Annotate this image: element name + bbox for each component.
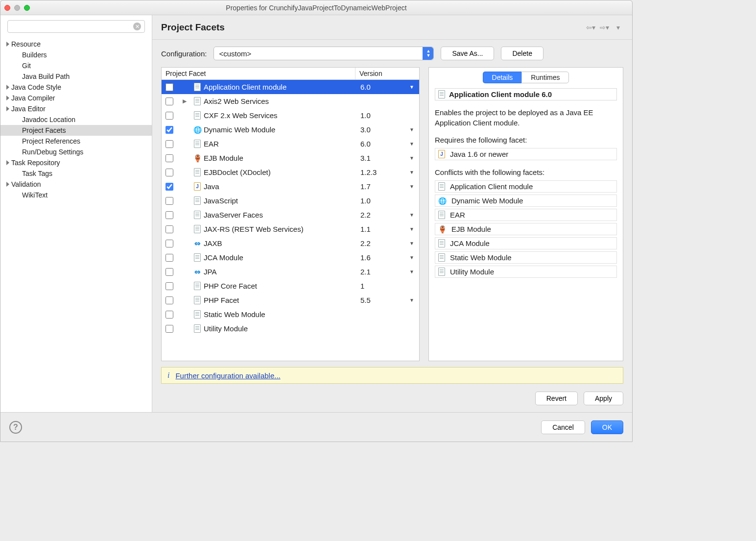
disclosure-triangle-icon[interactable]	[6, 42, 9, 47]
minimize-window-button[interactable]	[14, 5, 20, 11]
facet-row[interactable]: EJBDoclet (XDoclet)1.2.3▼	[162, 165, 419, 179]
configuration-label: Configuration:	[161, 49, 207, 58]
facet-checkbox[interactable]	[165, 296, 173, 304]
version-dropdown-icon[interactable]: ▼	[404, 241, 419, 246]
disclosure-triangle-icon[interactable]	[6, 160, 9, 165]
save-as-button[interactable]: Save As...	[441, 47, 494, 60]
facet-checkbox[interactable]	[165, 154, 173, 162]
sidebar-item[interactable]: Java Code Style	[0, 82, 152, 93]
facet-checkbox[interactable]	[165, 254, 173, 262]
revert-button[interactable]: Revert	[535, 392, 578, 405]
clear-search-icon[interactable]: ✕	[133, 23, 141, 30]
facet-row[interactable]: ⇔JAXB2.2▼	[162, 236, 419, 250]
facet-row[interactable]: JavaServer Faces2.2▼	[162, 208, 419, 222]
expand-icon[interactable]: ▶	[177, 98, 192, 104]
version-dropdown-icon[interactable]: ▼	[404, 170, 419, 175]
view-menu-icon[interactable]: ▾	[613, 24, 623, 31]
sidebar-item[interactable]: Project References	[0, 136, 152, 147]
version-dropdown-icon[interactable]: ▼	[404, 141, 419, 147]
sidebar-item[interactable]: Task Tags	[0, 168, 152, 179]
facet-checkbox[interactable]	[165, 126, 173, 134]
sidebar-item[interactable]: Task Repository	[0, 157, 152, 168]
version-dropdown-icon[interactable]: ▼	[404, 269, 419, 274]
facet-checkbox[interactable]	[165, 225, 173, 233]
facet-row[interactable]: PHP Facet5.5▼	[162, 293, 419, 307]
version-dropdown-icon[interactable]: ▼	[404, 297, 419, 303]
facet-checkbox[interactable]	[165, 311, 173, 319]
facet-row[interactable]: Application Client module6.0▼	[162, 80, 419, 94]
sidebar-item[interactable]: Project Facets	[0, 125, 152, 136]
version-dropdown-icon[interactable]: ▼	[404, 184, 419, 189]
sidebar-item[interactable]: WikiText	[0, 190, 152, 200]
jar-icon: 🏺	[193, 154, 202, 162]
column-facet[interactable]: Project Facet	[162, 68, 355, 79]
facet-checkbox[interactable]	[165, 325, 173, 333]
close-window-button[interactable]	[4, 5, 10, 11]
facet-checkbox[interactable]	[165, 268, 173, 276]
facet-row[interactable]: Java1.7▼	[162, 179, 419, 194]
facet-row[interactable]: Static Web Module	[162, 307, 419, 321]
file-icon	[438, 253, 445, 262]
arrows-icon: ⇔	[194, 239, 201, 248]
facet-checkbox[interactable]	[165, 183, 173, 191]
facet-checkbox[interactable]	[165, 112, 173, 120]
version-dropdown-icon[interactable]: ▼	[404, 226, 419, 232]
facet-checkbox[interactable]	[165, 197, 173, 205]
facet-row[interactable]: JCA Module1.6▼	[162, 250, 419, 265]
facet-row[interactable]: 🌐Dynamic Web Module3.0▼	[162, 123, 419, 137]
version-dropdown-icon[interactable]: ▼	[404, 84, 419, 90]
list-item: JCA Module	[435, 237, 617, 249]
facet-row[interactable]: JavaScript1.0	[162, 194, 419, 208]
tab-runtimes[interactable]: Runtimes	[521, 72, 569, 83]
further-config-link[interactable]: Further configuration available...	[175, 371, 280, 380]
nav-back-icon[interactable]: ⇦▾	[585, 24, 596, 31]
facet-checkbox[interactable]	[165, 83, 173, 91]
facet-row[interactable]: JAX-RS (REST Web Services)1.1▼	[162, 222, 419, 236]
nav-forward-icon[interactable]: ⇨▾	[599, 24, 610, 31]
facet-row[interactable]: PHP Core Facet1	[162, 279, 419, 293]
facet-row[interactable]: ▶Axis2 Web Services	[162, 94, 419, 108]
facet-checkbox[interactable]	[165, 140, 173, 148]
version-dropdown-icon[interactable]: ▼	[404, 127, 419, 132]
sidebar-item[interactable]: Java Editor	[0, 103, 152, 114]
facet-row[interactable]: 🏺EJB Module3.1▼	[162, 151, 419, 165]
sidebar-item[interactable]: Builders	[0, 49, 152, 60]
facet-row[interactable]: EAR6.0▼	[162, 137, 419, 151]
apply-button[interactable]: Apply	[584, 392, 623, 405]
facet-checkbox[interactable]	[165, 240, 173, 247]
category-sidebar: ✕ ResourceBuildersGitJava Build PathJava…	[0, 15, 152, 412]
version-dropdown-icon[interactable]: ▼	[404, 255, 419, 260]
sidebar-item[interactable]: Git	[0, 60, 152, 71]
version-dropdown-icon[interactable]: ▼	[404, 155, 419, 161]
configuration-select[interactable]: <custom> ▲▼	[213, 47, 434, 60]
column-version[interactable]: Version	[355, 68, 419, 79]
sidebar-item-label: Run/Debug Settings	[22, 148, 83, 156]
facet-row[interactable]: ⇔JPA2.1▼	[162, 265, 419, 279]
facet-checkbox[interactable]	[165, 282, 173, 290]
delete-button[interactable]: Delete	[501, 47, 543, 60]
sidebar-item[interactable]: Resource	[0, 39, 152, 49]
disclosure-triangle-icon[interactable]	[6, 85, 9, 90]
facet-checkbox[interactable]	[165, 211, 173, 219]
ok-button[interactable]: OK	[591, 420, 623, 434]
facet-row[interactable]: CXF 2.x Web Services1.0	[162, 108, 419, 123]
zoom-window-button[interactable]	[24, 5, 30, 11]
sidebar-item[interactable]: Javadoc Location	[0, 114, 152, 125]
version-dropdown-icon[interactable]: ▼	[404, 212, 419, 218]
facet-version: 1.0	[360, 111, 404, 120]
disclosure-triangle-icon[interactable]	[6, 182, 9, 187]
facet-checkbox[interactable]	[165, 98, 173, 105]
facet-row[interactable]: Utility Module	[162, 321, 419, 336]
sidebar-item[interactable]: Run/Debug Settings	[0, 147, 152, 157]
sidebar-search-input[interactable]	[7, 20, 145, 33]
cancel-button[interactable]: Cancel	[541, 420, 585, 434]
facet-checkbox[interactable]	[165, 169, 173, 176]
sidebar-item[interactable]: Java Compiler	[0, 93, 152, 103]
tab-details[interactable]: Details	[483, 72, 522, 83]
disclosure-triangle-icon[interactable]	[6, 96, 9, 100]
sidebar-item[interactable]: Validation	[0, 179, 152, 190]
sidebar-item[interactable]: Java Build Path	[0, 71, 152, 82]
disclosure-triangle-icon[interactable]	[6, 106, 9, 111]
help-button[interactable]: ?	[9, 421, 22, 434]
list-item: Static Web Module	[435, 251, 617, 264]
